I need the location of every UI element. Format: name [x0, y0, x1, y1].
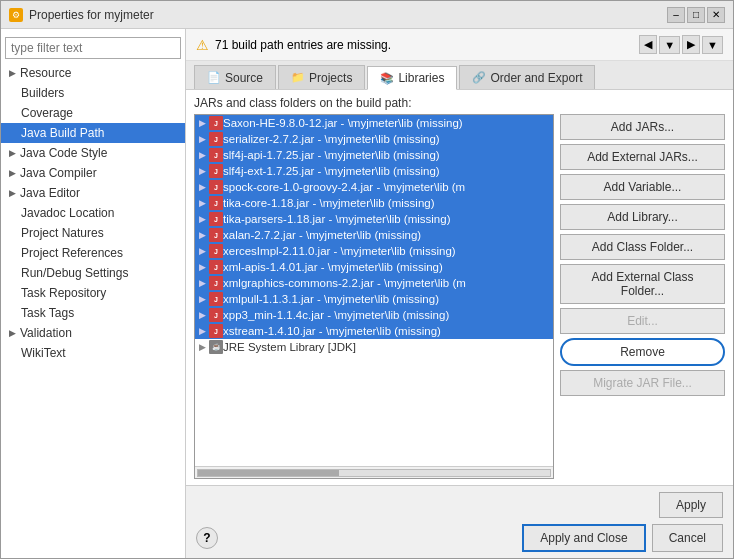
file-item-6[interactable]: ▶ J tika-parsers-1.18.jar - \myjmeter\li… — [195, 211, 553, 227]
jar-icon-8: J — [209, 244, 223, 258]
file-item-0[interactable]: ▶ J Saxon-HE-9.8.0-12.jar - \myjmeter\li… — [195, 115, 553, 131]
file-expand-11: ▶ — [199, 294, 206, 304]
close-button[interactable]: ✕ — [707, 7, 725, 23]
expand-arrow-validation: ▶ — [9, 328, 16, 338]
sidebar-item-java-editor[interactable]: ▶ Java Editor — [1, 183, 185, 203]
file-item-11[interactable]: ▶ J xmlpull-1.1.3.1.jar - \myjmeter\lib … — [195, 291, 553, 307]
tab-order-export[interactable]: 🔗 Order and Export — [459, 65, 595, 89]
jar-icon-2: J — [209, 148, 223, 162]
apply-row: Apply — [196, 492, 723, 518]
file-expand-6: ▶ — [199, 214, 206, 224]
jar-icon-3: J — [209, 164, 223, 178]
migrate-jar-button[interactable]: Migrate JAR File... — [560, 370, 725, 396]
jar-icon-1: J — [209, 132, 223, 146]
apply-and-close-button[interactable]: Apply and Close — [522, 524, 645, 552]
warning-text: 71 build path entries are missing. — [215, 38, 391, 52]
cancel-button[interactable]: Cancel — [652, 524, 723, 552]
file-expand-8: ▶ — [199, 246, 206, 256]
projects-tab-icon: 📁 — [291, 71, 305, 84]
remove-button[interactable]: Remove — [560, 338, 725, 366]
sidebar-item-javadoc[interactable]: Javadoc Location — [1, 203, 185, 223]
edit-button[interactable]: Edit... — [560, 308, 725, 334]
filter-input[interactable] — [5, 37, 181, 59]
jar-icon-0: J — [209, 116, 223, 130]
tab-projects[interactable]: 📁 Projects — [278, 65, 365, 89]
expand-arrow-compiler: ▶ — [9, 168, 16, 178]
file-item-13[interactable]: ▶ J xstream-1.4.10.jar - \myjmeter\lib (… — [195, 323, 553, 339]
titlebar: ⚙ Properties for myjmeter – □ ✕ — [1, 1, 733, 29]
add-external-class-folder-button[interactable]: Add External Class Folder... — [560, 264, 725, 304]
sidebar: ▶ Resource Builders Coverage Java Build … — [1, 29, 186, 558]
warning-bar: ⚠ 71 build path entries are missing. ◀ ▼… — [186, 29, 733, 61]
main-panel: ⚠ 71 build path entries are missing. ◀ ▼… — [186, 29, 733, 558]
sidebar-item-wikitext[interactable]: WikiText — [1, 343, 185, 363]
horizontal-scrollbar[interactable] — [195, 466, 553, 478]
file-item-4[interactable]: ▶ J spock-core-1.0-groovy-2.4.jar - \myj… — [195, 179, 553, 195]
file-expand-4: ▶ — [199, 182, 206, 192]
file-expand-0: ▶ — [199, 118, 206, 128]
titlebar-left: ⚙ Properties for myjmeter — [9, 8, 154, 22]
sidebar-item-resource[interactable]: ▶ Resource — [1, 63, 185, 83]
file-item-1[interactable]: ▶ J serializer-2.7.2.jar - \myjmeter\lib… — [195, 131, 553, 147]
bottom-bar: Apply ? Apply and Close Cancel — [186, 485, 733, 558]
window-title: Properties for myjmeter — [29, 8, 154, 22]
jar-icon-12: J — [209, 308, 223, 322]
tab-source[interactable]: 📄 Source — [194, 65, 276, 89]
file-expand-13: ▶ — [199, 326, 206, 336]
file-item-14[interactable]: ▶ ☕ JRE System Library [JDK] — [195, 339, 553, 355]
sidebar-item-run-debug[interactable]: Run/Debug Settings — [1, 263, 185, 283]
file-expand-14: ▶ — [199, 342, 206, 352]
minimize-button[interactable]: – — [667, 7, 685, 23]
sidebar-item-task-tags[interactable]: Task Tags — [1, 303, 185, 323]
nav-prev-button[interactable]: ◀ — [639, 35, 657, 54]
titlebar-controls: – □ ✕ — [667, 7, 725, 23]
file-list[interactable]: ▶ J Saxon-HE-9.8.0-12.jar - \myjmeter\li… — [195, 115, 553, 466]
file-item-10[interactable]: ▶ J xmlgraphics-commons-2.2.jar - \myjme… — [195, 275, 553, 291]
file-item-7[interactable]: ▶ J xalan-2.7.2.jar - \myjmeter\lib (mis… — [195, 227, 553, 243]
nav-dropdown2-button[interactable]: ▼ — [702, 36, 723, 54]
jar-icon-6: J — [209, 212, 223, 226]
apply-button[interactable]: Apply — [659, 492, 723, 518]
file-item-5[interactable]: ▶ J tika-core-1.18.jar - \myjmeter\lib (… — [195, 195, 553, 211]
sidebar-item-java-code-style[interactable]: ▶ Java Code Style — [1, 143, 185, 163]
scrollbar-track — [197, 469, 551, 477]
file-item-2[interactable]: ▶ J slf4j-api-1.7.25.jar - \myjmeter\lib… — [195, 147, 553, 163]
sidebar-item-validation[interactable]: ▶ Validation — [1, 323, 185, 343]
help-button[interactable]: ? — [196, 527, 218, 549]
build-path-area: JARs and class folders on the build path… — [186, 90, 733, 485]
button-row: ? Apply and Close Cancel — [196, 524, 723, 552]
add-class-folder-button[interactable]: Add Class Folder... — [560, 234, 725, 260]
file-expand-12: ▶ — [199, 310, 206, 320]
add-variable-button[interactable]: Add Variable... — [560, 174, 725, 200]
file-expand-5: ▶ — [199, 198, 206, 208]
file-expand-10: ▶ — [199, 278, 206, 288]
file-item-9[interactable]: ▶ J xml-apis-1.4.01.jar - \myjmeter\lib … — [195, 259, 553, 275]
sidebar-item-java-compiler[interactable]: ▶ Java Compiler — [1, 163, 185, 183]
jar-icon-10: J — [209, 276, 223, 290]
sidebar-item-coverage[interactable]: Coverage — [1, 103, 185, 123]
nav-arrows: ◀ ▼ ▶ ▼ — [639, 35, 723, 54]
file-item-8[interactable]: ▶ J xercesImpl-2.11.0.jar - \myjmeter\li… — [195, 243, 553, 259]
add-external-jars-button[interactable]: Add External JARs... — [560, 144, 725, 170]
action-buttons: Add JARs... Add External JARs... Add Var… — [560, 114, 725, 479]
jar-icon-7: J — [209, 228, 223, 242]
file-item-3[interactable]: ▶ J slf4j-ext-1.7.25.jar - \myjmeter\lib… — [195, 163, 553, 179]
maximize-button[interactable]: □ — [687, 7, 705, 23]
file-list-wrapper: ▶ J Saxon-HE-9.8.0-12.jar - \myjmeter\li… — [194, 114, 554, 479]
nav-dropdown-button[interactable]: ▼ — [659, 36, 680, 54]
nav-next-button[interactable]: ▶ — [682, 35, 700, 54]
sidebar-item-java-build-path[interactable]: Java Build Path — [1, 123, 185, 143]
warning-icon: ⚠ — [196, 37, 209, 53]
file-expand-9: ▶ — [199, 262, 206, 272]
sidebar-item-task-repository[interactable]: Task Repository — [1, 283, 185, 303]
content-area: ▶ Resource Builders Coverage Java Build … — [1, 29, 733, 558]
sidebar-item-builders[interactable]: Builders — [1, 83, 185, 103]
sidebar-item-project-references[interactable]: Project References — [1, 243, 185, 263]
file-item-12[interactable]: ▶ J xpp3_min-1.1.4c.jar - \myjmeter\lib … — [195, 307, 553, 323]
bottom-right-buttons: Apply and Close Cancel — [522, 524, 723, 552]
add-jars-button[interactable]: Add JARs... — [560, 114, 725, 140]
tab-libraries[interactable]: 📚 Libraries — [367, 66, 457, 90]
file-expand-3: ▶ — [199, 166, 206, 176]
sidebar-item-project-natures[interactable]: Project Natures — [1, 223, 185, 243]
add-library-button[interactable]: Add Library... — [560, 204, 725, 230]
